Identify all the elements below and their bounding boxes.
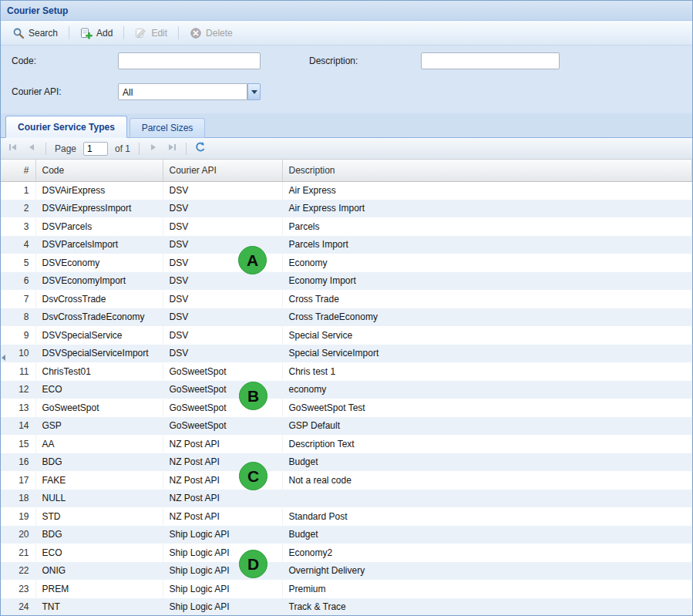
window-titlebar: Courier Setup [1, 1, 692, 21]
table-row[interactable]: 8DsvCrossTradeEconomyDSVCross TradeEcono… [1, 308, 692, 327]
description-cell: GSP Default [282, 417, 692, 436]
code-cell: STD [35, 507, 163, 526]
table-row[interactable]: 3DSVParcelsDSVParcels [1, 217, 692, 236]
courier-api-label: Courier API: [12, 86, 62, 97]
next-page-button[interactable] [145, 140, 162, 157]
search-button[interactable]: Search [5, 23, 65, 43]
panel-collapse-handle[interactable] [1, 348, 6, 368]
row-number-cell: 21 [1, 544, 35, 562]
code-cell: AA [35, 435, 163, 453]
code-cell: BDG [35, 453, 163, 472]
courier-api-selected-value[interactable]: All [118, 83, 247, 100]
delete-button[interactable]: Delete [183, 23, 240, 43]
paging-toolbar: Page of 1 [1, 138, 692, 160]
courier-api-cell: NZ Post API [163, 490, 282, 508]
table-row[interactable]: 17FAKENZ Post APINot a real code [1, 471, 692, 490]
table-row[interactable]: 14GSPGoSweetSpotGSP Default [1, 417, 692, 436]
toolbar-separator [69, 26, 69, 39]
page-label: Page [55, 143, 76, 154]
description-cell: Chris test 1 [282, 362, 692, 381]
tab-bar: Courier Service Types Parcel Sizes [1, 113, 692, 138]
courier-api-cell: DSV [163, 272, 282, 291]
refresh-button[interactable] [192, 140, 209, 157]
row-number-cell: 9 [1, 326, 35, 345]
row-number-cell: 18 [1, 490, 35, 508]
courier-api-cell: DSV [163, 181, 282, 200]
code-cell: GSP [35, 417, 163, 436]
description-label: Description: [309, 56, 358, 66]
description-cell: Parcels [282, 217, 692, 236]
last-page-button[interactable] [163, 140, 180, 157]
code-cell: GoSweetSpot [35, 399, 163, 417]
description-input[interactable] [421, 52, 560, 69]
table-row[interactable]: 20BDGShip Logic APIBudget [1, 526, 692, 544]
column-header-description[interactable]: Description [282, 160, 692, 181]
prev-page-button[interactable] [23, 140, 40, 157]
add-button[interactable]: Add [73, 23, 119, 43]
code-cell: FAKE [35, 471, 163, 490]
row-number-cell: 13 [1, 399, 35, 417]
table-row[interactable]: 21ECOShip Logic APIEconomy2 [1, 544, 692, 562]
row-number-cell: 2 [1, 200, 35, 218]
column-header-courier-api[interactable]: Courier API [163, 160, 282, 181]
courier-api-cell: NZ Post API [163, 435, 282, 453]
courier-api-cell: DSV [163, 345, 282, 363]
table-row[interactable]: 22ONIGShip Logic APIOvernight Delivery [1, 562, 692, 581]
main-toolbar: Search Add Edit Delete [1, 21, 692, 45]
row-number-cell: 17 [1, 471, 35, 490]
row-number-cell: 20 [1, 526, 35, 544]
code-cell: DSVAirExpressImport [35, 200, 163, 218]
description-cell: Economy Import [282, 272, 692, 291]
courier-api-cell: GoSweetSpot [163, 417, 282, 436]
page-number-input[interactable] [83, 142, 108, 156]
table-row[interactable]: 4DSVParcelsImportDSVParcels Import [1, 236, 692, 254]
table-row[interactable]: 12ECOGoSweetSpoteconomy [1, 381, 692, 399]
first-page-button[interactable] [5, 140, 22, 157]
courier-api-combo[interactable]: All [118, 83, 261, 100]
table-row[interactable]: 13GoSweetSpotGoSweetSpotGoSweetSpot Test [1, 399, 692, 417]
refresh-icon [194, 141, 207, 156]
description-cell: GoSweetSpot Test [282, 399, 692, 417]
row-number-cell: 1 [1, 181, 35, 200]
table-row[interactable]: 1DSVAirExpressDSVAir Express [1, 181, 692, 200]
description-cell: Budget [282, 526, 692, 544]
code-input[interactable] [118, 52, 261, 69]
edit-button[interactable]: Edit [128, 23, 174, 43]
edit-icon [135, 27, 147, 39]
courier-setup-window: Courier Setup Search Add Edit [0, 0, 693, 616]
row-number-cell: 19 [1, 507, 35, 526]
tab-parcel-sizes[interactable]: Parcel Sizes [130, 118, 205, 138]
annotation-marker-b: B [239, 382, 267, 410]
combo-trigger-button[interactable] [247, 83, 261, 100]
column-header-number[interactable]: # [1, 160, 35, 181]
tab-courier-service-types[interactable]: Courier Service Types [5, 116, 127, 138]
table-row[interactable]: 7DsvCrossTradeDSVCross Trade [1, 290, 692, 308]
table-row[interactable]: 24TNTShip Logic APITrack & Trace [1, 598, 692, 616]
prev-page-icon [25, 141, 38, 156]
table-row[interactable]: 15AANZ Post APIDescription Text [1, 435, 692, 453]
table-row[interactable]: 6DSVEconomyImportDSVEconomy Import [1, 272, 692, 291]
table-row[interactable]: 23PREMShip Logic APIPremium [1, 580, 692, 598]
courier-api-cell: DSV [163, 200, 282, 218]
courier-api-cell: DSV [163, 236, 282, 254]
code-cell: DSVEconomyImport [35, 272, 163, 291]
table-row[interactable]: 11ChrisTest01GoSweetSpotChris test 1 [1, 362, 692, 381]
description-cell: economy [282, 381, 692, 399]
table-row[interactable]: 5DSVEconomyDSVEconomy [1, 254, 692, 272]
delete-icon [190, 27, 202, 39]
table-row[interactable]: 10DSVSpecialServiceImportDSVSpecial Serv… [1, 345, 692, 363]
table-row[interactable]: 9DSVSpecialServiceDSVSpecial Service [1, 326, 692, 345]
column-header-code[interactable]: Code [35, 160, 163, 181]
code-cell: DsvCrossTrade [35, 290, 163, 308]
table-row[interactable]: 19STDNZ Post APIStandard Post [1, 507, 692, 526]
code-cell: ChrisTest01 [35, 362, 163, 381]
code-cell: TNT [35, 598, 163, 616]
code-cell: BDG [35, 526, 163, 544]
table-row[interactable]: 18NULLNZ Post API [1, 490, 692, 508]
table-row[interactable]: 16BDGNZ Post APIBudget [1, 453, 692, 472]
row-number-cell: 4 [1, 236, 35, 254]
table-row[interactable]: 2DSVAirExpressImportDSVAir Express Impor… [1, 200, 692, 218]
code-label: Code: [12, 56, 36, 66]
courier-api-cell: DSV [163, 308, 282, 327]
row-number-cell: 22 [1, 562, 35, 581]
